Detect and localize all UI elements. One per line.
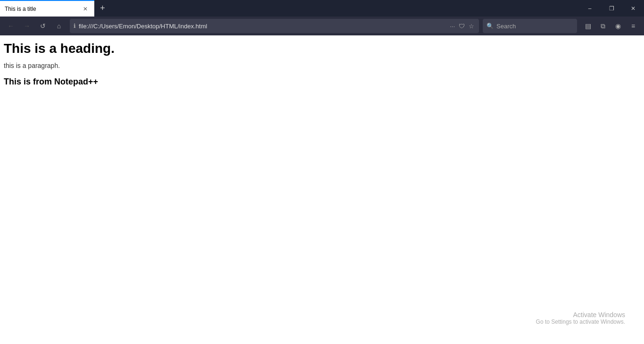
- close-button[interactable]: ✕: [622, 0, 644, 17]
- menu-button[interactable]: ≡: [626, 19, 640, 33]
- toolbar: ← → ↺ ⌂ ℹ file:///C:/Users/Emon/Desktop/…: [0, 17, 644, 35]
- search-icon: 🔍: [487, 23, 494, 29]
- page-heading: This is a heading.: [4, 41, 640, 56]
- activate-subtitle: Go to Settings to activate Windows.: [536, 319, 625, 325]
- tab-strip: This is a title ✕ +: [0, 0, 579, 17]
- tab-close-button[interactable]: ✕: [81, 5, 90, 13]
- forward-button[interactable]: →: [20, 19, 34, 33]
- reload-button[interactable]: ↺: [36, 19, 50, 33]
- tab-title: This is a title: [5, 6, 81, 12]
- home-button[interactable]: ⌂: [52, 19, 66, 33]
- activate-title: Activate Windows: [536, 311, 625, 319]
- address-text: file:///C:/Users/Emon/Desktop/HTML/index…: [79, 23, 446, 30]
- security-icon: ℹ: [74, 23, 76, 29]
- activate-windows-watermark: Activate Windows Go to Settings to activ…: [536, 311, 625, 325]
- address-actions: ··· 🛡 ☆: [449, 22, 475, 31]
- page-bold-text: This is from Notepad++: [4, 77, 640, 87]
- page-paragraph: this is a paragraph.: [4, 62, 640, 69]
- back-button[interactable]: ←: [4, 19, 18, 33]
- new-tab-button[interactable]: +: [94, 0, 111, 17]
- more-button[interactable]: ···: [449, 22, 456, 31]
- webpage-content: This is a heading. this is a paragraph. …: [0, 35, 644, 344]
- active-tab[interactable]: This is a title ✕: [0, 0, 94, 17]
- search-input[interactable]: [496, 23, 576, 30]
- sidebar-button[interactable]: ⧉: [596, 19, 610, 33]
- address-bar[interactable]: ℹ file:///C:/Users/Emon/Desktop/HTML/ind…: [70, 19, 479, 33]
- title-bar: This is a title ✕ + – ❐ ✕: [0, 0, 644, 17]
- account-button[interactable]: ◉: [611, 19, 625, 33]
- star-button[interactable]: ☆: [468, 22, 475, 31]
- toolbar-right: ▤ ⧉ ◉ ≡: [581, 19, 640, 33]
- maximize-button[interactable]: ❐: [601, 0, 622, 17]
- library-button[interactable]: ▤: [581, 19, 595, 33]
- search-bar[interactable]: 🔍: [483, 19, 577, 33]
- window-controls: – ❐ ✕: [579, 0, 644, 17]
- browser-window: This is a title ✕ + – ❐ ✕ ← → ↺ ⌂ ℹ file…: [0, 0, 644, 344]
- shield-button[interactable]: 🛡: [458, 22, 466, 31]
- minimize-button[interactable]: –: [579, 0, 601, 17]
